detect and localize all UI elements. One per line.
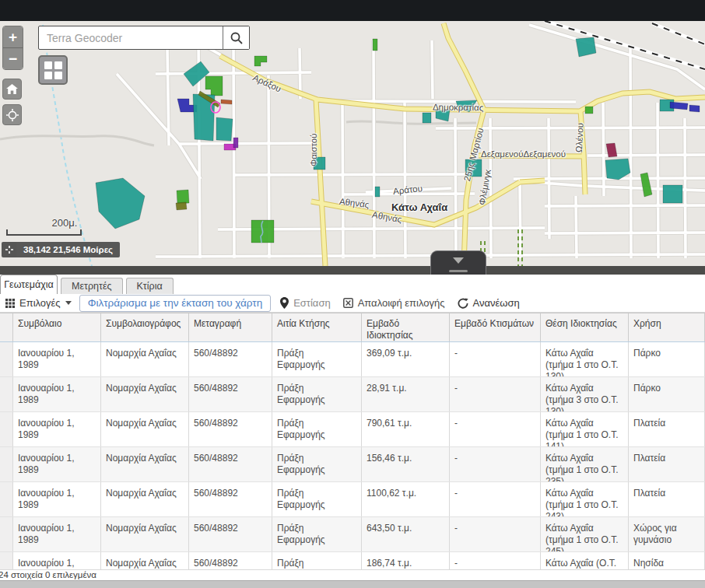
grid-toolbar: Επιλογές Φιλτράρισμα με την έκταση του χ… (0, 294, 705, 313)
row-selector-cell[interactable] (0, 342, 13, 376)
parcel-polygon[interactable] (576, 37, 596, 57)
selector-column-header (0, 313, 13, 341)
table-cell: 186,74 τ.μ. (362, 552, 450, 569)
home-button[interactable] (2, 79, 22, 100)
column-header[interactable]: Θέση Ιδιοκτησίας (541, 313, 629, 341)
search-button[interactable] (223, 26, 249, 49)
table-row[interactable]: Ιανουαρίου 1, 1989Νομαρχία Αχαΐας560/488… (0, 482, 705, 517)
table-row[interactable]: Ιανουαρίου 1, 1989Νομαρχία Αχαΐας560/488… (0, 377, 705, 412)
coordinates-button[interactable] (2, 242, 16, 257)
table-cell: - (450, 342, 541, 376)
table-cell: Κάτω Αχαΐα (τμήμα 1 στο Ο.Τ. 245) (541, 517, 629, 551)
parcel-polygon[interactable] (585, 107, 593, 114)
parcel-polygon[interactable] (423, 113, 431, 123)
parcel-polygon[interactable] (216, 117, 233, 141)
parcel-polygon[interactable] (663, 185, 682, 203)
table-cell: - (450, 552, 541, 569)
tab-ktiria[interactable]: Κτίρια (126, 278, 174, 294)
table-cell: Πράξη Εφαρμογής (272, 377, 362, 411)
table-cell: 560/48892 (189, 342, 272, 376)
table-cell: Νομαρχία Αχαΐας (101, 552, 189, 569)
table-cell: Κάτω Αχαΐα (τμήμα 1 στο Ο.Τ. 243) (541, 482, 629, 516)
parcel-polygon[interactable] (670, 102, 688, 110)
table-cell: Ιανουαρίου 1, 1989 (13, 447, 101, 481)
table-cell: Πλατεία (629, 482, 705, 516)
parcel-polygon[interactable] (375, 187, 380, 197)
column-header[interactable]: Αιτία Κτήσης (272, 313, 362, 341)
table-cell: Πράξη Εφαρμογής (272, 447, 362, 481)
status-text: 24 στοιχεία 0 επιλεγμένα (0, 570, 96, 580)
row-selector-cell[interactable] (0, 377, 13, 411)
locate-button[interactable] (2, 104, 22, 125)
street-label: ΔεξαμενούΔεξαμενού (481, 149, 566, 159)
parcel-polygon[interactable] (221, 100, 232, 104)
table-cell: 560/48892 (189, 447, 272, 481)
table-cell: Νομαρχία Αχαΐας (101, 412, 189, 446)
table-cell: - (450, 482, 541, 516)
column-header[interactable]: Συμβολαιογράφος (101, 313, 189, 341)
panel-collapse-handle[interactable] (430, 250, 486, 275)
row-selector-cell[interactable] (0, 447, 13, 481)
table-cell: 28,91 τ.μ. (362, 377, 450, 411)
parcel-polygon[interactable] (177, 190, 189, 204)
column-header[interactable]: Μεταγραφή (189, 313, 272, 341)
focus-button[interactable]: Εστίαση (280, 297, 331, 309)
column-header[interactable]: Εμβαδό Ιδιοκτησίας (362, 313, 450, 341)
filter-by-extent-button[interactable]: Φιλτράρισμα με την έκταση του χάρτη (79, 295, 272, 312)
row-selector-cell[interactable] (0, 482, 13, 516)
refresh-label: Ανανέωση (473, 297, 520, 309)
clear-selection-icon (343, 298, 353, 308)
parcel-polygon[interactable] (689, 105, 700, 112)
table-cell: Πράξη Εφαρμογής (272, 517, 362, 551)
table-cell: Πράξη Εφαρμογής (272, 342, 362, 376)
row-selector-cell[interactable] (0, 552, 13, 569)
zoom-out-button[interactable]: − (3, 48, 23, 69)
map-canvas[interactable]: Αράξου Δημοκρατίας Φαιστού 25ης Μαρτίου … (0, 21, 705, 266)
basemap-toggle-button[interactable] (38, 55, 68, 85)
row-selector-cell[interactable] (0, 412, 13, 446)
table-cell: Νομαρχία Αχαΐας (101, 482, 189, 516)
column-header[interactable]: Χρήση (629, 313, 705, 341)
window-top-bar (0, 0, 705, 21)
clear-selection-label: Απαλοιφή επιλογής (358, 297, 445, 309)
table-cell: Ιανουαρίου 1, 1989 (13, 517, 101, 551)
scale-bar (6, 229, 82, 236)
table-cell: Ιανουαρίου 1, 1989 (13, 482, 101, 516)
street-label: Δημοκρατίας (433, 102, 484, 112)
table-cell: Κάτω Αχαΐα (τμήμα 1 στο Ο.Τ. 130) (541, 342, 629, 376)
table-cell: 560/48892 (189, 412, 272, 446)
grid-menu-icon (5, 299, 15, 308)
clear-selection-button[interactable]: Απαλοιφή επιλογής (343, 297, 445, 309)
tab-geotemachia[interactable]: Γεωτεμάχια (0, 275, 58, 294)
table-row[interactable]: Ιανουαρίου 1, 1989Νομαρχία Αχαΐας560/488… (0, 342, 705, 377)
table-row[interactable]: Ιανουαρίου 1, 1989Νομαρχία Αχαΐας560/488… (0, 447, 705, 482)
tab-metrites[interactable]: Μετρητές (61, 278, 123, 294)
street-label: Φαιστού (309, 128, 318, 166)
row-selector-cell[interactable] (0, 517, 13, 551)
coordinates-readout: 38,142 21,546 Μοίρες (16, 242, 120, 257)
search-input[interactable] (39, 26, 223, 49)
table-cell: 156,46 τ.μ. (362, 447, 450, 481)
table-cell: Κάτω Αχαΐα (Ο.Τ. (541, 552, 629, 569)
parcel-polygon[interactable] (373, 39, 377, 51)
horizontal-scrollbar[interactable] (0, 580, 705, 588)
table-cell: Ιανουαρίου 1, 1989 (13, 377, 101, 411)
table-row[interactable]: Ιανουαρίου 1, 1989Νομαρχία Αχαΐας560/488… (0, 552, 705, 569)
table-cell: 643,50 τ.μ. (362, 517, 450, 551)
search-icon (230, 31, 244, 45)
table-row[interactable]: Ιανουαρίου 1, 1989Νομαρχία Αχαΐας560/488… (0, 412, 705, 447)
handle-grip (449, 270, 468, 272)
refresh-button[interactable]: Ανανέωση (458, 297, 520, 309)
table-header-row: Συμβόλαιο Συμβολαιογράφος Μεταγραφή Αιτί… (0, 313, 705, 342)
table-cell: - (450, 377, 541, 411)
table-row[interactable]: Ιανουαρίου 1, 1989Νομαρχία Αχαΐας560/488… (0, 517, 705, 552)
column-header[interactable]: Εμβαδό Κτισμάτων (450, 313, 541, 341)
options-menu-button[interactable]: Επιλογές (5, 297, 72, 309)
parcel-polygon[interactable] (233, 138, 238, 148)
parcel-polygon[interactable] (176, 202, 187, 210)
options-label: Επιλογές (19, 297, 61, 309)
column-header[interactable]: Συμβόλαιο (13, 313, 101, 341)
table-cell: Πάρκο (629, 377, 705, 411)
zoom-in-button[interactable]: + (3, 26, 23, 48)
table-cell: Νομαρχία Αχαΐας (101, 342, 189, 376)
